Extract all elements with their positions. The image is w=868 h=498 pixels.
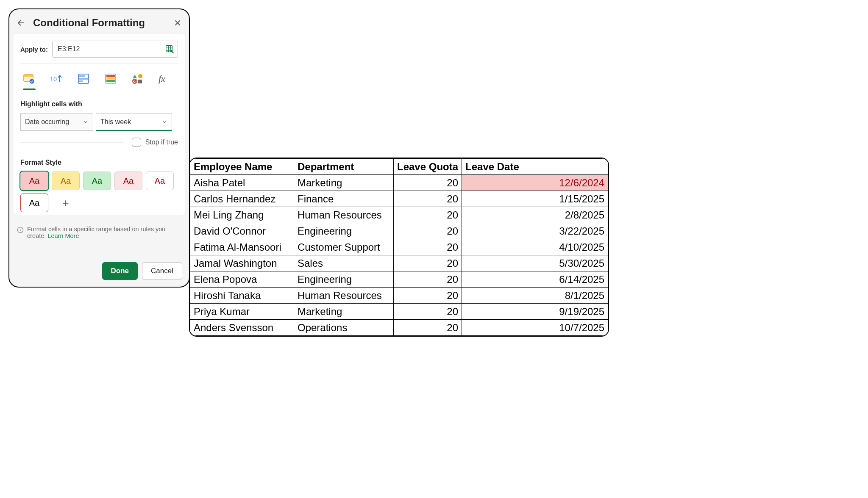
apply-to-row: Apply to:	[20, 41, 178, 64]
swatch-red-text[interactable]: Aa	[146, 172, 174, 190]
svg-rect-7	[79, 78, 88, 80]
cell-name[interactable]: Mei Ling Zhang	[190, 207, 294, 223]
cell-dept[interactable]: Human Resources	[294, 207, 394, 223]
panel-title: Conditional Formatting	[33, 17, 173, 29]
swatch-green-fill-dark-green-text[interactable]: Aa	[83, 172, 111, 190]
cell-quota[interactable]: 20	[394, 288, 462, 304]
stop-if-true-checkbox[interactable]	[132, 138, 141, 147]
apply-to-input[interactable]	[57, 45, 165, 53]
swatch-add-custom[interactable]: +	[52, 194, 80, 212]
cell-name[interactable]: Aisha Patel	[190, 175, 294, 191]
stop-if-true-label: Stop if true	[145, 138, 178, 146]
cell-dept[interactable]: Marketing	[294, 304, 394, 320]
condition-value-text: This week	[100, 118, 131, 126]
svg-rect-8	[79, 80, 83, 82]
chevron-down-icon	[161, 119, 167, 125]
cell-name[interactable]: Hiroshi Tanaka	[190, 288, 294, 304]
swatch-light-red-fill-dark-red-text[interactable]: Aa	[20, 172, 48, 190]
range-picker-icon[interactable]	[165, 44, 174, 54]
table-row: Hiroshi TanakaHuman Resources208/1/2025	[190, 288, 608, 304]
col-header-dept[interactable]: Department	[294, 159, 394, 175]
cell-quota[interactable]: 20	[394, 304, 462, 320]
cell-name[interactable]: Jamal Washington	[190, 255, 294, 271]
chevron-down-icon	[83, 119, 89, 125]
table-row: Mei Ling ZhangHuman Resources202/8/2025	[190, 207, 608, 223]
cell-date[interactable]: 1/15/2025	[462, 191, 608, 207]
cell-quota[interactable]: 20	[394, 320, 462, 336]
rule-type-formula-icon[interactable]: fx	[158, 72, 172, 86]
table-row: Aisha PatelMarketing2012/6/2024	[190, 175, 608, 191]
cell-date[interactable]: 6/14/2025	[462, 271, 608, 288]
cell-dept[interactable]: Finance	[294, 191, 394, 207]
cancel-button[interactable]: Cancel	[142, 262, 182, 280]
close-icon[interactable]	[173, 18, 182, 28]
cell-name[interactable]: David O'Connor	[190, 223, 294, 239]
table-row: Priya KumarMarketing209/19/2025	[190, 304, 608, 320]
rule-type-icon-sets-icon[interactable]	[131, 72, 145, 86]
rule-type-top-bottom-icon[interactable]: 10	[49, 72, 64, 86]
apply-to-label: Apply to:	[20, 46, 48, 53]
table-row: Elena PopovaEngineering206/14/2025	[190, 271, 608, 288]
col-header-quota[interactable]: Leave Quota	[394, 159, 462, 175]
panel-footer-text: Format cells in a specific range based o…	[9, 219, 189, 241]
cell-name[interactable]: Carlos Hernandez	[190, 191, 294, 207]
cell-dept[interactable]: Operations	[294, 320, 394, 336]
format-style-swatches: Aa Aa Aa Aa Aa Aa +	[20, 172, 178, 212]
rule-type-highlight-cells-icon[interactable]	[22, 72, 36, 86]
cell-dept[interactable]: Customer Support	[294, 239, 394, 255]
swatch-light-red-fill[interactable]: Aa	[114, 172, 142, 190]
learn-more-link[interactable]: Learn More	[47, 232, 79, 239]
col-header-date[interactable]: Leave Date	[462, 159, 608, 175]
swatch-red-border[interactable]: Aa	[20, 194, 48, 212]
format-style-label: Format Style	[20, 159, 178, 166]
highlight-cells-label: Highlight cells with	[20, 100, 178, 108]
cell-dept[interactable]: Marketing	[294, 175, 394, 191]
swatch-yellow-fill-dark-yellow-text[interactable]: Aa	[52, 172, 80, 190]
done-button[interactable]: Done	[102, 262, 138, 280]
condition-type-value: Date occurring	[25, 118, 69, 126]
cell-quota[interactable]: 20	[394, 223, 462, 239]
svg-marker-13	[133, 75, 137, 78]
cell-date[interactable]: 4/10/2025	[462, 239, 608, 255]
cell-name[interactable]: Fatima Al-Mansoori	[190, 239, 294, 255]
cell-date[interactable]: 3/22/2025	[462, 223, 608, 239]
condition-type-select[interactable]: Date occurring	[20, 113, 93, 131]
cell-date[interactable]: 9/19/2025	[462, 304, 608, 320]
table-row: Jamal WashingtonSales205/30/2025	[190, 255, 608, 271]
rule-type-data-bars-icon[interactable]	[76, 72, 91, 86]
cell-date[interactable]: 5/30/2025	[462, 255, 608, 271]
svg-rect-2	[24, 75, 33, 77]
apply-to-input-wrap[interactable]	[52, 41, 178, 58]
highlight-controls: Date occurring This week	[20, 113, 178, 131]
cell-name[interactable]: Anders Svensson	[190, 320, 294, 336]
cell-date[interactable]: 12/6/2024	[462, 175, 608, 191]
table-row: Carlos HernandezFinance201/15/2025	[190, 191, 608, 207]
back-arrow-icon[interactable]	[16, 18, 26, 28]
cell-quota[interactable]: 20	[394, 239, 462, 255]
cell-dept[interactable]: Engineering	[294, 271, 394, 288]
svg-rect-12	[106, 80, 115, 82]
table-row: Anders SvenssonOperations2010/7/2025	[190, 320, 608, 336]
panel-header: Conditional Formatting	[9, 9, 189, 34]
divider	[20, 142, 123, 143]
cell-quota[interactable]: 20	[394, 255, 462, 271]
table-row: David O'ConnorEngineering203/22/2025	[190, 223, 608, 239]
panel-buttons: Done Cancel	[9, 241, 189, 287]
condition-value-select[interactable]: This week	[96, 113, 172, 131]
cell-quota[interactable]: 20	[394, 207, 462, 223]
cell-quota[interactable]: 20	[394, 271, 462, 288]
cell-dept[interactable]: Sales	[294, 255, 394, 271]
rule-type-color-scale-icon[interactable]	[103, 72, 118, 86]
cell-quota[interactable]: 20	[394, 191, 462, 207]
cell-name[interactable]: Priya Kumar	[190, 304, 294, 320]
panel-body: Apply to: 10	[14, 34, 185, 215]
stop-if-true-row: Stop if true	[20, 138, 178, 147]
col-header-name[interactable]: Employee Name	[190, 159, 294, 175]
cell-date[interactable]: 2/8/2025	[462, 207, 608, 223]
cell-date[interactable]: 10/7/2025	[462, 320, 608, 336]
cell-name[interactable]: Elena Popova	[190, 271, 294, 288]
cell-quota[interactable]: 20	[394, 175, 462, 191]
cell-dept[interactable]: Engineering	[294, 223, 394, 239]
cell-date[interactable]: 8/1/2025	[462, 288, 608, 304]
cell-dept[interactable]: Human Resources	[294, 288, 394, 304]
